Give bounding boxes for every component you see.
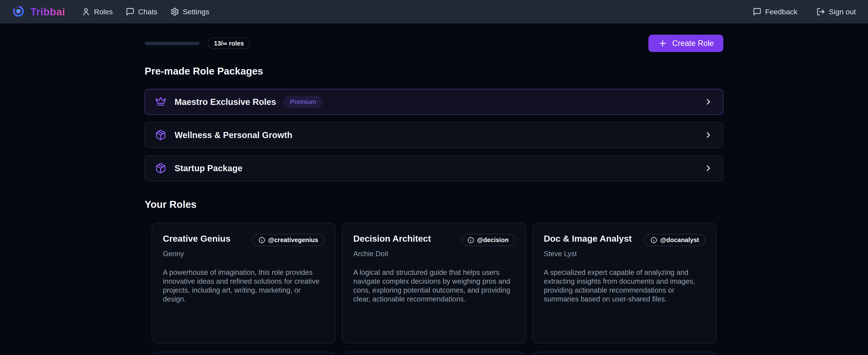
nav-label: Feedback [765,7,797,16]
role-handle-badge[interactable]: @decision [462,234,515,246]
main-nav: Roles Chats Settings [82,7,210,16]
nav-label: Chats [138,7,157,16]
role-card-title: Decision Architect [353,233,431,244]
package-label: Wellness & Personal Growth [175,130,292,140]
package-label: Startup Package [175,164,242,173]
chevron-right-icon [704,130,713,140]
package-row-startup[interactable]: Startup Package [145,155,723,181]
gear-icon [170,7,179,16]
package-icon [155,129,166,141]
roles-toolbar: 13/∞ roles Create Role [145,35,723,52]
brand-logo[interactable]: Tribbai [12,5,65,19]
package-icon [155,162,166,174]
create-role-button[interactable]: Create Role [648,35,723,52]
nav-label: Sign out [829,7,856,16]
chevron-right-icon [704,97,713,107]
package-list: Maestro Exclusive Roles Premium Wellness… [145,89,723,181]
role-card-description: A powerhouse of imagination, this role p… [163,268,324,303]
nav-item-roles[interactable]: Roles [82,7,113,16]
role-handle: @docanalyst [660,236,699,244]
package-label: Maestro Exclusive Roles [175,97,276,107]
role-card-description: A specialized expert capable of analyzin… [544,268,705,303]
user-icon [82,7,90,16]
role-card-subtitle: Genny [163,250,324,258]
info-icon [258,237,265,243]
role-cards-row: Creative Genius @creativegenius Genny A … [145,223,723,344]
chevron-right-icon [704,164,713,173]
role-card[interactable] [342,352,526,355]
role-card-decision-architect[interactable]: Decision Architect @decision Archie Doit… [342,223,526,344]
role-card-creative-genius[interactable]: Creative Genius @creativegenius Genny A … [152,223,336,344]
crown-icon [155,96,166,108]
feedback-icon [753,7,762,16]
role-card-doc-image-analyst[interactable]: Doc & Image Analyst @docanalyst Steve Ly… [532,223,716,344]
role-handle-badge[interactable]: @creativegenius [252,234,324,246]
header-right: Feedback Sign out [753,7,856,16]
message-square-icon [126,7,134,16]
roles-count-badge: 13/∞ roles [208,38,250,49]
logout-icon [816,7,825,16]
sign-out-button[interactable]: Sign out [816,7,856,16]
role-handle-badge[interactable]: @docanalyst [645,234,705,246]
feedback-button[interactable]: Feedback [753,7,797,16]
plus-icon [658,38,668,48]
nav-label: Settings [183,7,210,16]
nav-item-chats[interactable]: Chats [126,7,157,16]
package-row-maestro[interactable]: Maestro Exclusive Roles Premium [145,89,723,115]
role-card-title: Doc & Image Analyst [544,233,632,244]
nav-item-settings[interactable]: Settings [170,7,210,16]
role-card-title: Creative Genius [163,233,230,244]
roles-progress-bar [145,42,199,45]
role-card[interactable] [152,352,336,355]
role-handle: @decision [477,236,509,244]
roles-page: Tribbai Roles Chats Settings [0,0,868,355]
role-handle: @creativegenius [268,236,318,244]
main-content: 13/∞ roles Create Role Pre-made Role Pac… [145,35,723,355]
info-icon [468,237,474,243]
info-icon [651,237,657,243]
brand-name: Tribbai [30,6,65,18]
package-row-wellness[interactable]: Wellness & Personal Growth [145,122,723,148]
tribbai-logo-icon [12,5,25,19]
packages-heading: Pre-made Role Packages [145,66,723,76]
role-cards-next-row [145,352,723,355]
role-card-subtitle: Archie Doit [353,250,515,258]
top-nav-bar: Tribbai Roles Chats Settings [0,0,868,23]
your-roles-heading: Your Roles [145,199,723,209]
create-role-label: Create Role [672,39,714,48]
role-card[interactable] [532,352,716,355]
role-card-description: A logical and structured guide that help… [353,268,515,303]
role-card-subtitle: Steve Lyst [544,250,705,258]
nav-label: Roles [94,7,113,16]
premium-badge: Premium [283,96,322,108]
